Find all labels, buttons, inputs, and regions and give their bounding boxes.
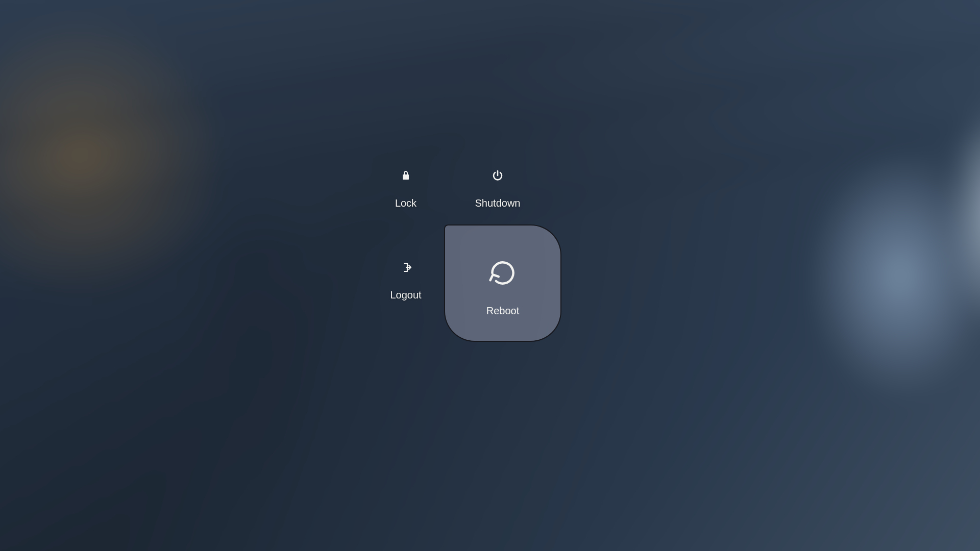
reboot-icon xyxy=(486,255,520,291)
power-menu: Lock Shutdown Logout xyxy=(352,148,638,372)
logout-label: Logout xyxy=(390,289,421,301)
shutdown-label: Shutdown xyxy=(475,197,521,209)
lock-label: Lock xyxy=(395,197,416,209)
power-menu-overlay: Lock Shutdown Logout xyxy=(0,0,980,551)
lock-icon xyxy=(400,169,412,182)
power-icon xyxy=(492,169,504,182)
reboot-label: Reboot xyxy=(486,305,520,317)
logout-button[interactable]: Logout xyxy=(362,250,449,311)
logout-icon xyxy=(400,261,412,274)
reboot-button[interactable]: Reboot xyxy=(444,224,561,342)
shutdown-button[interactable]: Shutdown xyxy=(454,158,541,219)
lock-button[interactable]: Lock xyxy=(362,158,449,219)
